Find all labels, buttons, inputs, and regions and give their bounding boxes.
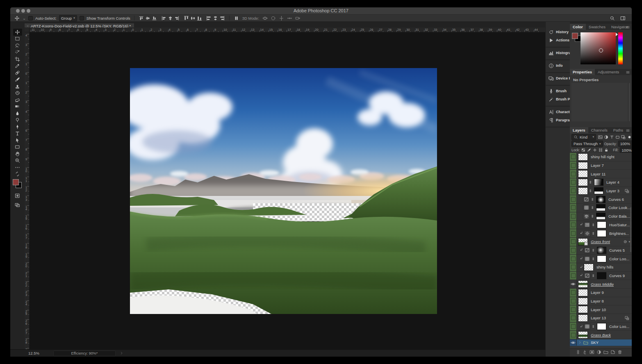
layer-mask-thumbnail[interactable] — [597, 221, 606, 228]
layer-thumbnail[interactable] — [578, 162, 588, 169]
layer-row-layer-10[interactable]: Layer 10 — [570, 305, 632, 314]
align-right-icon[interactable] — [174, 15, 180, 21]
color-cursor[interactable] — [599, 48, 603, 52]
dodge-tool[interactable] — [13, 117, 22, 124]
dock-panel-device-p[interactable]: Device P... — [546, 74, 570, 82]
layer-thumbnail[interactable] — [578, 187, 588, 195]
swap-colors-icon[interactable] — [13, 171, 22, 178]
adjustment-filter-icon[interactable] — [604, 135, 608, 139]
eyedropper-tool[interactable] — [13, 63, 22, 70]
tab-properties-adjustments[interactable]: Adjustments — [595, 69, 622, 75]
visibility-toggle[interactable] — [570, 229, 577, 237]
mask-link-icon[interactable] — [591, 214, 594, 219]
layer-mask-thumbnail[interactable] — [597, 323, 606, 330]
hand-tool[interactable] — [13, 150, 22, 157]
layer-name[interactable]: Color Lookup 1 — [608, 205, 632, 210]
panel-menu-icon[interactable] — [626, 128, 630, 133]
visibility-toggle[interactable] — [570, 238, 577, 246]
gradient-tool[interactable] — [13, 103, 22, 110]
path-select-tool[interactable] — [13, 137, 22, 144]
dock-panel-paragra[interactable]: Paragra... — [546, 116, 570, 124]
layer-name[interactable]: Layer 8 — [591, 299, 604, 303]
layer-name[interactable]: Layer 7 — [591, 163, 604, 168]
dock-panel-brush-pr[interactable]: Brush Pr... — [546, 95, 570, 103]
dist-top-icon[interactable] — [183, 15, 190, 21]
mask-link-icon[interactable] — [592, 222, 595, 228]
layer-name[interactable]: shiny hill right — [591, 155, 615, 159]
visibility-toggle[interactable] — [570, 323, 577, 331]
dist-vcenter-icon[interactable] — [190, 15, 196, 21]
huesat-icon[interactable] — [584, 222, 591, 228]
layer-name[interactable]: Layer 13 — [591, 316, 606, 320]
curves-icon[interactable] — [583, 196, 590, 202]
tab-color-color[interactable]: Color — [570, 24, 586, 30]
layers-scrollbar[interactable] — [630, 207, 631, 252]
blend-mode-dropdown[interactable]: Pass Through▾ — [571, 141, 603, 147]
type-tool[interactable] — [13, 130, 22, 137]
layer-group-icon[interactable] — [603, 350, 608, 355]
layer-name[interactable]: Grass Middle — [591, 282, 614, 287]
layer-thumbnail[interactable] — [578, 298, 588, 305]
dist-right-icon[interactable] — [219, 15, 225, 21]
workspace-switcher-icon[interactable] — [619, 15, 626, 21]
mask-link-icon[interactable] — [589, 188, 592, 193]
move-tool[interactable] — [13, 29, 22, 36]
layer-row-grass-middle[interactable]: Grass Middle — [570, 280, 632, 289]
layer-mask-thumbnail[interactable] — [596, 213, 606, 220]
healing-brush-tool[interactable] — [13, 69, 22, 76]
mask-link-icon[interactable] — [592, 324, 595, 329]
layer-row-layer-4[interactable]: Layer 4 — [570, 178, 632, 187]
lock-transparent-icon[interactable] — [581, 148, 585, 152]
left-ruler[interactable]: 4321012345678910111213141516171819202122… — [25, 32, 30, 349]
visibility-toggle[interactable] — [570, 212, 577, 221]
title-bar[interactable]: Adobe Photoshop CC 2017 — [10, 7, 632, 15]
shape-filter-icon[interactable] — [615, 135, 620, 139]
dock-panel-character[interactable]: Character — [546, 108, 570, 116]
zoom-tool[interactable] — [13, 157, 22, 164]
layer-row-layer-11[interactable]: Layer 11 — [570, 170, 632, 178]
mask-link-icon[interactable] — [589, 180, 592, 185]
visibility-toggle[interactable] — [570, 339, 577, 346]
visibility-toggle[interactable] — [570, 221, 577, 229]
align-top-icon[interactable] — [138, 15, 145, 21]
lookup-icon[interactable] — [584, 256, 591, 262]
close-tab-icon[interactable] — [26, 25, 29, 27]
layer-name[interactable]: Layer 4 — [606, 180, 619, 184]
threed-roll-icon[interactable] — [270, 15, 276, 21]
curves-icon[interactable] — [584, 273, 591, 279]
layer-thumbnail[interactable] — [578, 280, 588, 288]
layer-row-grass-front[interactable]: Grass front▾ — [570, 238, 632, 246]
threed-camera-icon[interactable] — [294, 15, 301, 21]
layer-name[interactable]: Layer 11 — [591, 172, 606, 176]
align-vcenter-icon[interactable] — [145, 15, 151, 21]
layer-mask-thumbnail[interactable] — [596, 204, 606, 211]
distribute-spacing-icon[interactable] — [233, 15, 240, 21]
layer-mask-thumbnail[interactable] — [597, 247, 606, 254]
visibility-toggle[interactable] — [570, 153, 577, 161]
dock-panel-histogra[interactable]: Histogra... — [546, 49, 570, 57]
mask-link-icon[interactable] — [592, 231, 595, 236]
foreground-color-swatch[interactable] — [572, 33, 578, 39]
visibility-toggle[interactable] — [570, 162, 577, 170]
panel-menu-icon[interactable] — [626, 70, 630, 75]
layer-name[interactable]: shiny hills — [596, 265, 613, 269]
visibility-toggle[interactable] — [570, 178, 577, 187]
layer-mask-thumbnail[interactable] — [597, 230, 606, 237]
visibility-toggle[interactable] — [570, 263, 577, 271]
mask-link-icon[interactable] — [591, 197, 594, 202]
brightness-icon[interactable] — [584, 230, 591, 237]
layer-name[interactable]: SKY — [591, 340, 599, 345]
link-layers-icon[interactable] — [576, 350, 581, 355]
layer-name[interactable]: Layer 9 — [591, 290, 604, 295]
lock-paint-icon[interactable] — [587, 148, 591, 152]
visibility-toggle[interactable] — [570, 255, 577, 263]
shape-tool[interactable] — [13, 144, 22, 151]
curves-icon[interactable] — [584, 247, 591, 253]
eraser-tool[interactable] — [13, 96, 22, 103]
edit-toolbar-icon[interactable] — [13, 164, 22, 171]
layer-name[interactable]: Color Loo... — [609, 324, 629, 329]
canvas-image[interactable] — [130, 68, 437, 314]
layer-name[interactable]: Color Loo... — [609, 257, 629, 261]
layer-name[interactable]: Curves 6 — [608, 197, 624, 202]
layer-name[interactable]: Layer 3 — [606, 189, 619, 193]
